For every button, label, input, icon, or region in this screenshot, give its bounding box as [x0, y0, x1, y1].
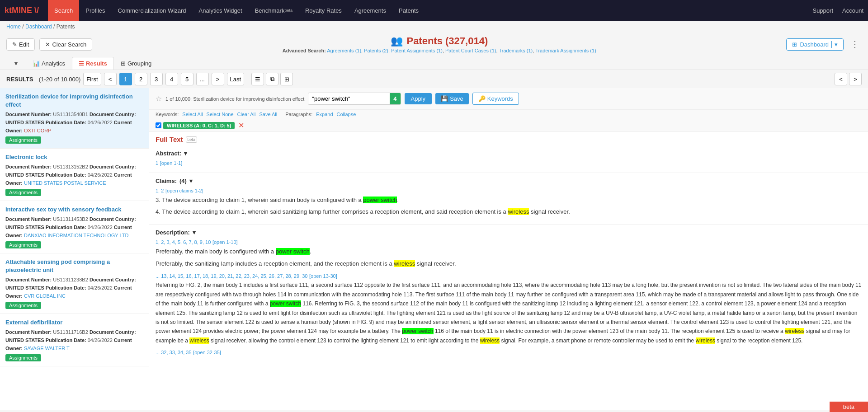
abstract-open[interactable]: [open 1-1] [160, 160, 183, 166]
result-meta-0: Document Number: US11313540B1 Document C… [5, 111, 143, 135]
fulltext-title: Full Text [156, 136, 183, 143]
nav-tab-benchmark[interactable]: Benchmarkbeta [249, 0, 299, 21]
nav-tab-royalty[interactable]: Royalty Rates [299, 0, 348, 21]
abstract-nums: 1 [156, 160, 158, 166]
page-next[interactable]: > [212, 73, 224, 85]
owner-link-0[interactable]: OXTI CORP [24, 128, 52, 133]
tab-grouping[interactable]: ⊞ Grouping [114, 57, 158, 70]
nav-tab-search[interactable]: Search [48, 0, 79, 21]
view-table[interactable]: ☰ [251, 73, 264, 85]
view-grid[interactable]: ⊞ [280, 73, 293, 85]
owner-link-1[interactable]: UNITED STATES POSTAL SERVICE [24, 180, 106, 186]
result-title-1[interactable]: Electronic lock [5, 153, 143, 161]
nav-tab-agreements[interactable]: Agreements [348, 0, 392, 21]
para-collapse[interactable]: Collapse [337, 112, 356, 117]
result-item-0[interactable]: Sterilization device for improving disin… [0, 88, 149, 149]
adv-agreements[interactable]: Agreements (1) [327, 48, 361, 53]
nav-tab-profiles[interactable]: Profiles [79, 0, 111, 21]
desc-more-open[interactable]: [open 13-30] [309, 273, 337, 279]
page-first[interactable]: First [83, 73, 101, 85]
result-item-3[interactable]: Attachable sensing pod comprising a piez… [0, 253, 149, 314]
kw-select-all[interactable]: Select All [182, 112, 203, 117]
assign-badge-3[interactable]: Assignments [5, 302, 41, 309]
nav-tab-patents[interactable]: Patents [392, 0, 425, 21]
result-item-1[interactable]: Electronic lock Document Number: US11313… [0, 149, 149, 201]
page-3[interactable]: 3 [150, 73, 163, 85]
analytics-icon: 📊 [33, 60, 40, 67]
apply-button[interactable]: Apply [405, 93, 432, 104]
kw-clear-all[interactable]: Clear All [237, 112, 256, 117]
result-title-3[interactable]: Attachable sensing pod comprising a piez… [5, 258, 143, 274]
page-2[interactable]: 2 [135, 73, 147, 85]
owner-link-3[interactable]: CVR GLOBAL INC [24, 293, 66, 299]
breadcrumb-dashboard[interactable]: Dashboard [25, 23, 52, 30]
owner-link-4[interactable]: SAVAGE WALTER T [24, 346, 70, 351]
abstract-header[interactable]: Abstract: ▾ [156, 150, 862, 157]
more-options-button[interactable]: ⋮ [848, 39, 862, 49]
para-expand[interactable]: Expand [316, 112, 333, 117]
clear-icon: ✕ [45, 41, 50, 48]
result-title-0[interactable]: Sterilization device for improving disin… [5, 93, 143, 109]
page-4[interactable]: 4 [165, 73, 178, 85]
keywords-button[interactable]: 🔑 Keywords [472, 93, 519, 105]
support-link[interactable]: Support [812, 7, 833, 14]
nav-arrows: < > [835, 73, 862, 85]
claims-open[interactable]: [open claims 1-2] [165, 188, 203, 193]
main-content: Sterilization device for improving disin… [0, 88, 868, 410]
result-title-4[interactable]: External defibrillator [5, 318, 143, 327]
description-chevron-icon[interactable]: ▾ [193, 229, 196, 236]
adv-trademarks[interactable]: Trademarks (1) [499, 48, 533, 53]
assign-badge-4[interactable]: Assignments [5, 354, 41, 361]
kw-save-all[interactable]: Save All [259, 112, 278, 117]
adv-court-cases[interactable]: Patent Court Cases (1) [445, 48, 496, 53]
nav-tab-commercialization[interactable]: Commercialization Wizard [112, 0, 193, 21]
desc-last-open[interactable]: [open 32-35] [193, 350, 221, 355]
description-header[interactable]: Description: ▾ [156, 229, 862, 236]
beta-watermark: beta [830, 402, 868, 410]
kw-select-none[interactable]: Select None [207, 112, 234, 117]
desc-open[interactable]: [open 1-10] [212, 239, 238, 245]
nav-tab-analytics-widget[interactable]: Analytics Widget [193, 0, 249, 21]
clear-search-button[interactable]: ✕ Clear Search [39, 38, 92, 51]
dashboard-button[interactable]: ⊞ Dashboard ▾ [786, 38, 844, 51]
breadcrumb-home[interactable]: Home [6, 23, 21, 30]
abstract-chevron-icon[interactable]: ▾ [184, 150, 187, 157]
save-button[interactable]: 💾 Save [435, 93, 469, 104]
arrow-left[interactable]: < [835, 73, 847, 85]
adv-patent-assign[interactable]: Patent Assignments (1) [391, 48, 443, 53]
dashboard-arrow-icon[interactable]: ▾ [831, 41, 838, 48]
adv-patents[interactable]: Patents (2) [364, 48, 388, 53]
adv-trademark-assign[interactable]: Trademark Assignments (1) [535, 48, 596, 53]
assign-badge-1[interactable]: Assignments [5, 189, 41, 196]
account-link[interactable]: Account [842, 7, 863, 14]
tab-results[interactable]: ☰ Results [72, 57, 114, 70]
star-icon[interactable]: ☆ [156, 94, 162, 103]
header-bar: ✎ Edit ✕ Clear Search 👥 Patents (327,014… [0, 33, 868, 55]
breadcrumb: Home / Dashboard / Patents [0, 21, 868, 33]
assign-badge-2[interactable]: Assignments [5, 241, 41, 248]
page-1[interactable]: 1 [119, 73, 132, 85]
tab-analytics[interactable]: 📊 Analytics [26, 57, 72, 70]
result-title-2[interactable]: Interactive sex toy with sensory feedbac… [5, 206, 143, 214]
page-last[interactable]: Last [227, 73, 245, 85]
view-copy[interactable]: ⧉ [266, 73, 278, 85]
claims-header[interactable]: Claims: (4) ▾ [156, 178, 862, 184]
view-buttons: ☰ ⧉ ⊞ [251, 73, 293, 85]
assign-badge-0[interactable]: Assignments [5, 136, 41, 144]
nav-right: Support Account [812, 7, 863, 14]
arrow-right[interactable]: > [849, 73, 862, 85]
page-prev[interactable]: < [104, 73, 117, 85]
results-row: RESULTS (1-20 of 10,000) First < 1 2 3 4… [0, 70, 868, 88]
keyword-search-input[interactable] [308, 93, 390, 104]
desc-lhl2: power switch [402, 328, 433, 334]
claims-chevron-icon[interactable]: ▾ [189, 178, 193, 184]
wireless-checkbox[interactable] [156, 122, 161, 128]
tab-filter[interactable]: ▼ [6, 57, 26, 70]
result-item-2[interactable]: Interactive sex toy with sensory feedbac… [0, 201, 149, 253]
wireless-remove-icon[interactable]: ✕ [238, 121, 244, 130]
breadcrumb-current: Patents [57, 23, 75, 30]
owner-link-2[interactable]: DANXIAO INFORMATION TECHNOLOGY LTD [24, 233, 128, 238]
edit-button[interactable]: ✎ Edit [6, 38, 35, 51]
page-5[interactable]: 5 [181, 73, 193, 85]
result-item-4[interactable]: External defibrillator Document Number: … [0, 314, 149, 366]
